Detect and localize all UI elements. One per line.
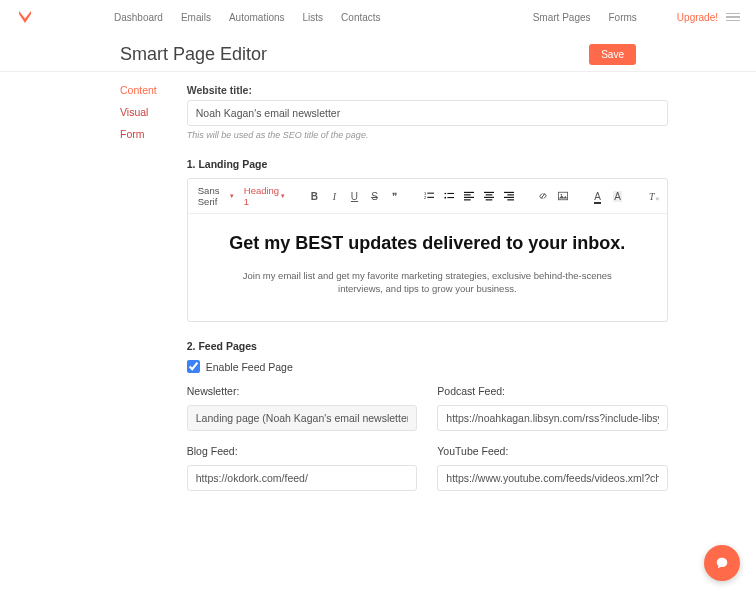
- rich-editor: Sans Serif ▾ Heading 1 ▾ B I U S ❞ 12 A: [187, 178, 668, 322]
- help-fab[interactable]: [704, 545, 740, 581]
- svg-point-6: [444, 197, 446, 199]
- enable-feed-label: Enable Feed Page: [206, 361, 293, 373]
- upgrade-link[interactable]: Upgrade!: [677, 12, 718, 23]
- svg-rect-9: [464, 194, 471, 195]
- bg-color-icon[interactable]: A: [612, 191, 622, 202]
- page-header: Smart Page Editor Save: [0, 34, 756, 72]
- svg-rect-11: [464, 199, 471, 200]
- svg-rect-7: [447, 197, 454, 198]
- link-icon[interactable]: [538, 191, 548, 201]
- svg-rect-13: [485, 194, 492, 195]
- svg-rect-16: [504, 192, 514, 193]
- svg-rect-10: [464, 197, 474, 198]
- enable-feed-checkbox[interactable]: [187, 360, 200, 373]
- nav-emails[interactable]: Emails: [181, 12, 211, 23]
- tab-content[interactable]: Content: [120, 84, 157, 96]
- quote-icon[interactable]: ❞: [389, 191, 399, 202]
- strike-icon[interactable]: S: [369, 191, 379, 202]
- side-tabs: Content Visual Form: [120, 84, 157, 491]
- website-title-input[interactable]: [187, 100, 668, 126]
- svg-rect-17: [507, 194, 514, 195]
- svg-point-4: [444, 193, 446, 195]
- editor-heading: Get my BEST updates delivered to your in…: [206, 232, 649, 255]
- tab-visual[interactable]: Visual: [120, 106, 157, 118]
- nav-forms[interactable]: Forms: [609, 12, 637, 23]
- align-right-icon[interactable]: [504, 191, 514, 201]
- list-ul-icon[interactable]: [444, 191, 454, 201]
- svg-rect-19: [507, 199, 514, 200]
- podcast-input[interactable]: [437, 405, 668, 431]
- blog-label: Blog Feed:: [187, 445, 418, 457]
- top-nav: Dashboard Emails Automations Lists Conta…: [0, 0, 756, 34]
- align-center-icon[interactable]: [484, 191, 494, 201]
- section-feed-title: 2. Feed Pages: [187, 340, 668, 352]
- nav-smart-pages[interactable]: Smart Pages: [533, 12, 591, 23]
- nav-primary: Dashboard Emails Automations Lists Conta…: [114, 12, 381, 23]
- blog-input[interactable]: [187, 465, 418, 491]
- enable-feed-row[interactable]: Enable Feed Page: [187, 360, 668, 373]
- nav-dashboard[interactable]: Dashboard: [114, 12, 163, 23]
- nav-lists[interactable]: Lists: [303, 12, 324, 23]
- svg-rect-3: [427, 197, 434, 198]
- chat-icon: [715, 556, 729, 570]
- newsletter-input[interactable]: [187, 405, 418, 431]
- newsletter-label: Newsletter:: [187, 385, 418, 397]
- svg-rect-15: [485, 199, 492, 200]
- underline-icon[interactable]: U: [349, 191, 359, 202]
- hamburger-icon[interactable]: [726, 13, 740, 22]
- bold-icon[interactable]: B: [309, 191, 319, 202]
- youtube-input[interactable]: [437, 465, 668, 491]
- editor-toolbar: Sans Serif ▾ Heading 1 ▾ B I U S ❞ 12 A: [188, 179, 667, 214]
- svg-rect-12: [484, 192, 494, 193]
- svg-rect-20: [559, 192, 568, 200]
- save-button[interactable]: Save: [589, 44, 636, 65]
- clear-format-icon[interactable]: T×: [647, 191, 657, 202]
- chevron-down-icon: ▾: [281, 192, 285, 200]
- nav-secondary: Smart Pages Forms: [533, 12, 637, 23]
- logo-icon: [16, 8, 34, 26]
- font-family-select[interactable]: Sans Serif ▾: [198, 185, 234, 207]
- svg-text:2: 2: [424, 195, 427, 200]
- tab-form[interactable]: Form: [120, 128, 157, 140]
- text-color-icon[interactable]: A: [592, 191, 602, 202]
- svg-point-21: [561, 194, 563, 196]
- nav-contacts[interactable]: Contacts: [341, 12, 380, 23]
- podcast-label: Podcast Feed:: [437, 385, 668, 397]
- chevron-down-icon: ▾: [230, 192, 234, 200]
- website-title-hint: This will be used as the SEO title of th…: [187, 130, 668, 140]
- heading-select[interactable]: Heading 1 ▾: [244, 185, 285, 207]
- svg-rect-18: [504, 197, 514, 198]
- svg-rect-8: [464, 192, 474, 193]
- italic-icon[interactable]: I: [329, 191, 339, 202]
- list-ol-icon[interactable]: 12: [424, 191, 434, 201]
- editor-paragraph: Join my email list and get my favorite m…: [237, 269, 617, 296]
- website-title-label: Website title:: [187, 84, 668, 96]
- image-icon[interactable]: [558, 191, 568, 201]
- svg-rect-5: [447, 193, 454, 194]
- page-title: Smart Page Editor: [120, 44, 589, 65]
- editor-content[interactable]: Get my BEST updates delivered to your in…: [188, 214, 667, 321]
- youtube-label: YouTube Feed:: [437, 445, 668, 457]
- section-landing-title: 1. Landing Page: [187, 158, 668, 170]
- nav-automations[interactable]: Automations: [229, 12, 285, 23]
- svg-rect-1: [427, 193, 434, 194]
- align-left-icon[interactable]: [464, 191, 474, 201]
- svg-rect-14: [484, 197, 494, 198]
